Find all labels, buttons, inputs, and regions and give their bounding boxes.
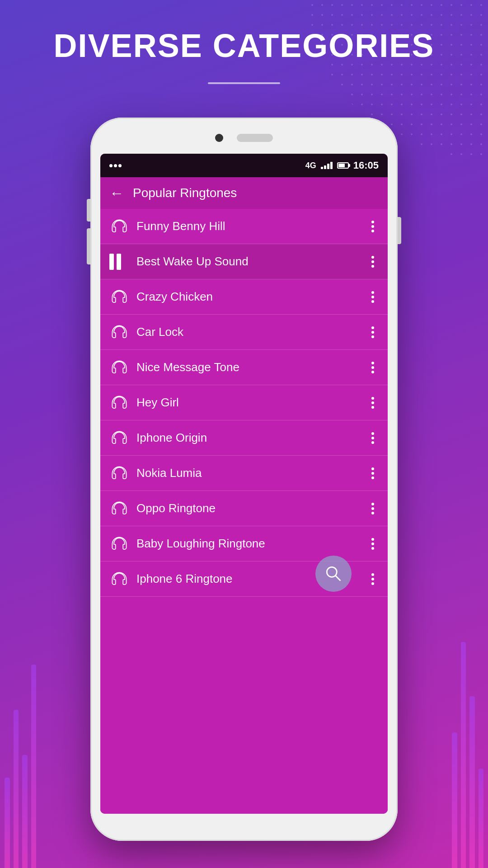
page-title-area: DIVERSE CATEGORIES [0,27,488,84]
more-options-icon[interactable] [367,357,379,378]
dot [371,476,374,479]
phone-mockup: 4G 16:05 ← Popular Ringtones [90,118,398,841]
dot [371,582,374,585]
headphone-icon [109,358,129,377]
more-options-icon[interactable] [367,322,379,343]
dot [371,260,374,263]
headphone-icon [109,499,129,519]
dot [371,503,374,505]
more-options-icon[interactable] [367,533,379,554]
battery-fill [338,164,345,167]
dot [371,507,374,510]
dot [371,326,374,329]
notif-dot-2 [114,164,117,167]
dot [371,362,374,364]
phone-screen: 4G 16:05 ← Popular Ringtones [100,154,388,814]
ringtone-list: Funny Benny Hill Best Wake Up Sound [100,209,388,814]
ringtone-name: Nokia Lumia [136,466,367,480]
dot [371,467,374,470]
ringtone-name: Baby Loughing Ringtone [136,537,367,551]
phone-power-button [398,217,401,244]
ringtone-name: Best Wake Up Sound [136,255,367,269]
app-header-title: Popular Ringtones [133,186,237,200]
phone-body: 4G 16:05 ← Popular Ringtones [90,118,398,841]
eq-bars-left [0,552,41,868]
headphone-icon [109,393,129,413]
phone-speaker [237,134,273,142]
dot [371,221,374,223]
more-options-icon[interactable] [367,463,379,484]
status-bar-right: 4G 16:05 [305,160,379,171]
dot [371,401,374,404]
signal-bar-3 [327,164,329,169]
notif-dot-3 [118,164,122,167]
phone-top-notch [90,118,398,158]
title-divider [208,82,280,84]
dot [371,225,374,228]
more-options-icon[interactable] [367,428,379,448]
eq-bars-right [447,552,488,868]
list-item[interactable]: Nokia Lumia [100,456,388,491]
ringtone-name: Crazy Chicken [136,290,367,304]
app-header: ← Popular Ringtones [100,177,388,209]
list-item[interactable]: Crazy Chicken [100,279,388,315]
list-item[interactable]: Iphone 6 Ringtone [100,561,388,597]
dot [371,441,374,444]
dot [371,542,374,545]
status-bar: 4G 16:05 [100,154,388,177]
network-indicator: 4G [305,161,316,170]
more-options-icon[interactable] [367,287,379,307]
ringtone-name: Funny Benny Hill [136,219,367,233]
page-title: DIVERSE CATEGORIES [0,27,488,64]
list-item[interactable]: Iphone Origin [100,420,388,456]
battery-icon [337,162,349,169]
phone-vol-up-button [87,199,90,222]
phone-camera [215,134,223,142]
dot [371,256,374,259]
dot [371,300,374,303]
more-options-icon[interactable] [367,251,379,272]
headphone-icon [109,463,129,483]
ringtone-name: Nice Message Tone [136,360,367,374]
signal-bar-4 [330,162,333,169]
dot [371,437,374,439]
headphone-icon [109,287,129,307]
dot [371,296,374,298]
dot [371,335,374,338]
headphone-icon [109,569,129,589]
list-item[interactable]: Nice Message Tone [100,350,388,385]
dot [371,366,374,369]
list-item[interactable]: Hey Girl [100,385,388,420]
pause-bar-2 [117,254,121,270]
list-item[interactable]: Funny Benny Hill [100,209,388,244]
dot [371,472,374,475]
dot [371,406,374,409]
headphone-icon [109,322,129,342]
ringtone-name: Car Lock [136,325,367,339]
notif-dot-1 [109,164,113,167]
list-item[interactable]: Oppo Ringtone [100,491,388,526]
signal-bars [321,162,333,169]
back-arrow-icon[interactable]: ← [109,185,124,202]
list-item[interactable]: Car Lock [100,315,388,350]
pause-bar-1 [109,254,114,270]
more-options-icon[interactable] [367,498,379,519]
dot [371,397,374,400]
dot [371,573,374,576]
dot [371,538,374,541]
more-options-icon[interactable] [367,216,379,237]
svg-line-1 [336,576,340,580]
search-fab-button[interactable] [315,556,352,592]
dot [371,547,374,550]
more-options-icon[interactable] [367,392,379,413]
dot [371,371,374,373]
ringtone-name: Iphone Origin [136,431,367,445]
status-bar-left [109,164,122,167]
dot [371,578,374,580]
more-options-icon[interactable] [367,569,379,590]
list-item[interactable]: Baby Loughing Ringtone [100,526,388,561]
dot [371,512,374,514]
list-item[interactable]: Best Wake Up Sound [100,244,388,279]
signal-bar-2 [324,165,326,169]
ringtone-name: Hey Girl [136,396,367,410]
